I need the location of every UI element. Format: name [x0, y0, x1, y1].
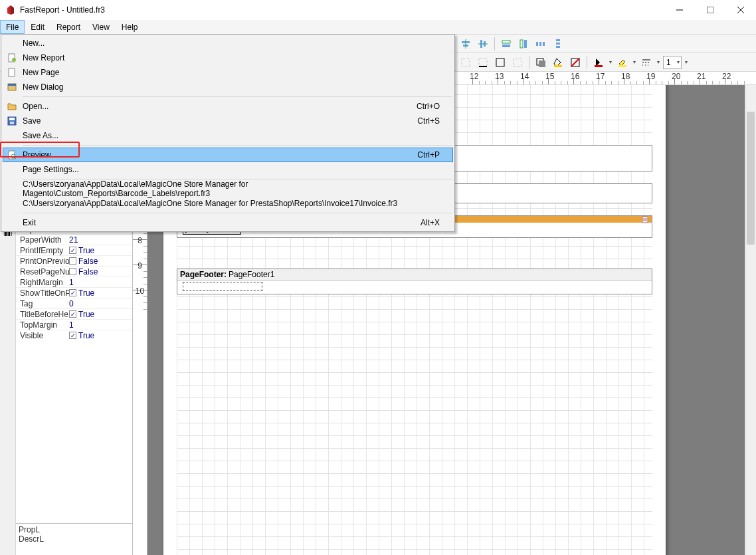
property-row[interactable]: RightMargin1	[16, 277, 132, 287]
svg-rect-68	[10, 122, 14, 124]
blank-icon	[7, 130, 17, 141]
band-page-footer[interactable]: PageFooter: PageFooter1	[177, 269, 652, 294]
file-recent-2[interactable]: C:\Users\zoryana\AppData\Local\eMagicOne…	[3, 196, 453, 211]
svg-rect-63	[9, 68, 15, 76]
maximize-button[interactable]	[695, 0, 725, 20]
file-recent-1[interactable]: C:\Users\zoryana\AppData\Local\eMagicOne…	[3, 181, 453, 196]
svg-line-29	[571, 58, 579, 66]
svg-rect-26	[539, 60, 545, 67]
properties-description: PropL DescrL	[16, 523, 132, 555]
svg-rect-13	[524, 40, 527, 48]
new-page-icon	[7, 67, 17, 78]
file-new-page[interactable]: New Page	[3, 65, 453, 80]
file-page-settings[interactable]: Page Settings...	[3, 162, 453, 177]
window-title: FastReport - Untitled.fr3	[20, 5, 105, 15]
property-row[interactable]: PrintIfEmpty✓True	[16, 245, 132, 255]
svg-rect-1	[707, 7, 713, 13]
svg-rect-67	[9, 118, 15, 120]
property-row[interactable]: TopMargin1	[16, 319, 132, 330]
file-preview[interactable]: Preview Ctrl+P	[3, 148, 453, 162]
scroll-thumb[interactable]	[747, 112, 755, 245]
file-exit[interactable]: Exit Alt+X	[3, 215, 453, 230]
space-v-icon[interactable]	[550, 36, 566, 52]
menu-report[interactable]: Report	[50, 20, 86, 34]
svg-rect-14	[536, 42, 538, 46]
frame-shadow-icon[interactable]	[533, 55, 549, 70]
same-width-icon[interactable]	[498, 36, 514, 52]
svg-point-62	[12, 58, 16, 62]
minimize-button[interactable]	[664, 0, 695, 20]
vertical-scrollbar[interactable]	[745, 85, 756, 555]
blank-icon	[7, 164, 17, 175]
menu-edit[interactable]: Edit	[25, 20, 50, 34]
band-label: PageFooter:	[180, 270, 227, 279]
line-width-dropdown[interactable]: ▾	[683, 55, 690, 70]
save-icon	[7, 116, 17, 126]
svg-rect-10	[502, 41, 510, 43]
align-center-h-icon[interactable]	[458, 36, 474, 52]
fill-color-icon[interactable]	[550, 55, 566, 70]
property-row[interactable]: ResetPageNuFalse	[16, 266, 132, 277]
frame-none2-icon[interactable]	[510, 55, 525, 70]
prop-desc-name: PropL	[19, 525, 130, 534]
space-h-icon[interactable]	[533, 36, 549, 52]
svg-rect-17	[556, 39, 560, 41]
property-row[interactable]: TitleBeforeHe✓True	[16, 308, 132, 319]
highlight-color-dropdown[interactable]: ▾	[631, 55, 638, 70]
property-row[interactable]: Tag0	[16, 298, 132, 308]
new-dialog-icon	[7, 82, 17, 92]
svg-rect-24	[514, 58, 521, 66]
svg-rect-12	[520, 40, 523, 48]
svg-rect-27	[554, 65, 562, 67]
window-controls	[664, 0, 756, 20]
svg-rect-30	[595, 65, 603, 67]
property-row[interactable]: ShowTitleOnP✓True	[16, 287, 132, 298]
line-width-combo[interactable]: 1	[663, 56, 682, 69]
titlebar: FastReport - Untitled.fr3	[0, 0, 756, 20]
frame-style-icon[interactable]	[567, 55, 583, 70]
preview-icon	[7, 150, 17, 160]
property-row[interactable]: PrintOnPrevioFalse	[16, 255, 132, 266]
app-icon	[5, 5, 16, 15]
new-report-icon	[7, 53, 17, 63]
align-center-v-icon[interactable]	[475, 36, 491, 52]
svg-rect-23	[496, 58, 504, 66]
menu-file[interactable]: File	[0, 20, 25, 34]
svg-rect-21	[479, 58, 487, 66]
svg-rect-18	[556, 43, 560, 45]
menu-view[interactable]: View	[86, 20, 116, 34]
open-icon	[7, 101, 17, 112]
close-button[interactable]	[725, 0, 756, 20]
file-new[interactable]: New...	[3, 36, 453, 51]
property-row[interactable]: PaperWidth21	[16, 234, 132, 245]
frame-none-icon[interactable]	[458, 55, 474, 70]
file-open[interactable]: Open... Ctrl+O	[3, 99, 453, 114]
svg-rect-31	[618, 65, 626, 67]
menubar: File Edit Report View Help	[0, 20, 756, 35]
prop-desc-text: DescrL	[19, 534, 130, 544]
file-new-dialog[interactable]: New Dialog	[3, 80, 453, 94]
same-height-icon[interactable]	[516, 36, 531, 52]
line-style-icon[interactable]	[638, 55, 654, 70]
menu-help[interactable]: Help	[116, 20, 144, 34]
svg-rect-11	[502, 45, 510, 47]
font-color-dropdown[interactable]: ▾	[607, 55, 614, 70]
frame-all-icon[interactable]	[492, 55, 508, 70]
file-menu-dropdown: New... New Report New Page New Dialog Op…	[1, 34, 455, 232]
file-save[interactable]: Save Ctrl+S	[3, 114, 453, 128]
font-color-icon[interactable]	[591, 55, 607, 70]
frame-bottom-icon[interactable]	[475, 55, 491, 70]
highlight-color-icon[interactable]	[614, 55, 630, 70]
svg-rect-19	[556, 46, 560, 48]
file-new-report[interactable]: New Report	[3, 51, 453, 65]
blank-icon	[7, 38, 17, 49]
line-style-dropdown[interactable]: ▾	[655, 55, 662, 70]
svg-rect-15	[539, 42, 541, 46]
svg-rect-16	[543, 42, 545, 46]
property-row[interactable]: Visible✓True	[16, 330, 132, 340]
svg-rect-65	[8, 84, 16, 86]
file-save-as[interactable]: Save As...	[3, 128, 453, 143]
svg-rect-20	[462, 58, 470, 66]
band-name: PageFooter1	[229, 270, 274, 279]
